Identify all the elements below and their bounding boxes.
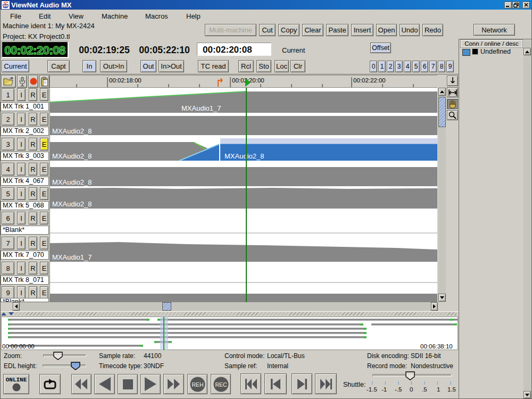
svg-text:00:00:00:00: 00:00:00:00 bbox=[2, 343, 35, 350]
svg-text:MXAudio2_8: MXAudio2_8 bbox=[52, 127, 92, 135]
svg-text:00:06:38:10: 00:06:38:10 bbox=[420, 343, 453, 350]
svg-text:MXAudio2_8: MXAudio2_8 bbox=[52, 178, 92, 186]
svg-text:MXAudio1_7: MXAudio1_7 bbox=[181, 104, 221, 112]
svg-text:MXAudio2_8: MXAudio2_8 bbox=[52, 200, 92, 208]
svg-text:REH: REH bbox=[192, 381, 203, 387]
svg-text:MXAudio1_7: MXAudio1_7 bbox=[52, 253, 92, 261]
svg-text:00:02:18:00: 00:02:18:00 bbox=[109, 77, 142, 84]
svg-text:MXAudio2_8: MXAudio2_8 bbox=[52, 152, 92, 160]
svg-text:MXAudio2_8: MXAudio2_8 bbox=[225, 152, 264, 160]
svg-text:REC: REC bbox=[215, 381, 227, 387]
svg-text:00:02:22:00: 00:02:22:00 bbox=[353, 77, 386, 84]
